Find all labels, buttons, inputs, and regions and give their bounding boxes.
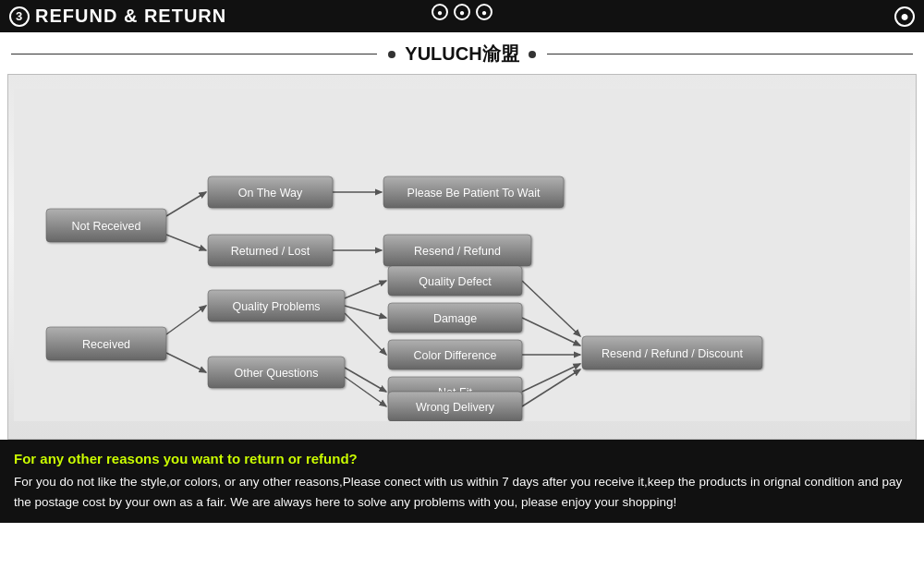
label-received: Received	[82, 338, 130, 351]
label-damage: Damage	[433, 312, 477, 325]
info-title: For any other reasons you want to return…	[14, 451, 910, 466]
node-returned-lost: Returned / Lost	[208, 235, 333, 266]
label-wrong-delivery: Wrong Delivery	[416, 401, 495, 414]
label-resend-refund: Resend / Refund	[414, 245, 501, 258]
info-section: For any other reasons you want to return…	[0, 440, 924, 523]
brand-dot-left	[388, 51, 395, 58]
label-not-received: Not Received	[71, 220, 140, 233]
node-quality-problems: Quality Problems	[208, 290, 345, 321]
label-color-difference: Color Difference	[413, 349, 496, 362]
info-text: For you do not like the style,or colors,…	[14, 472, 910, 512]
node-on-the-way: On The Way	[208, 176, 333, 208]
icon-circle-2: ●	[454, 4, 470, 20]
label-on-the-way: On The Way	[238, 187, 303, 200]
node-not-received: Not Received	[46, 209, 166, 242]
diagram-container: Not ReceivedReceivedOn The WayReturned /…	[7, 74, 917, 440]
brand-dot-right	[529, 51, 536, 58]
section-number: 3	[9, 6, 30, 27]
label-resend-refund-discount: Resend / Refund / Discount	[602, 347, 743, 360]
node-resend-refund-discount: Resend / Refund / Discount	[582, 336, 762, 369]
brand-line-left	[11, 54, 377, 54]
label-please-wait: Please Be Patient To Wait	[407, 187, 541, 200]
node-quality-defect: Quality Defect	[388, 266, 522, 296]
label-other-questions: Other Questions	[234, 367, 318, 380]
node-wrong-delivery: Wrong Delivery	[388, 392, 522, 421]
top-bar: ● ● ● 3 REFUND & RETURN ●	[0, 0, 924, 32]
brand-text: YULUCH渝盟	[395, 42, 528, 67]
label-quality-defect: Quality Defect	[419, 275, 492, 288]
label-quality-problems: Quality Problems	[232, 300, 320, 313]
icon-circle-1: ●	[432, 4, 448, 20]
node-received: Received	[46, 327, 166, 360]
label-returned-lost: Returned / Lost	[231, 245, 310, 258]
page-title: 3 REFUND & RETURN	[9, 6, 226, 27]
top-right-icon: ●	[894, 6, 915, 27]
node-resend-refund: Resend / Refund	[383, 235, 531, 266]
node-damage: Damage	[388, 303, 522, 333]
node-other-questions: Other Questions	[208, 357, 345, 388]
top-bar-icons: ● ● ●	[432, 4, 492, 20]
node-color-difference: Color Difference	[388, 340, 522, 369]
flow-diagram: Not ReceivedReceivedOn The WayReturned /…	[13, 89, 911, 421]
icon-circle-3: ●	[476, 4, 492, 20]
node-please-wait: Please Be Patient To Wait	[383, 176, 564, 208]
brand-line-right	[547, 54, 913, 54]
brand-bar: YULUCH渝盟	[0, 32, 924, 74]
